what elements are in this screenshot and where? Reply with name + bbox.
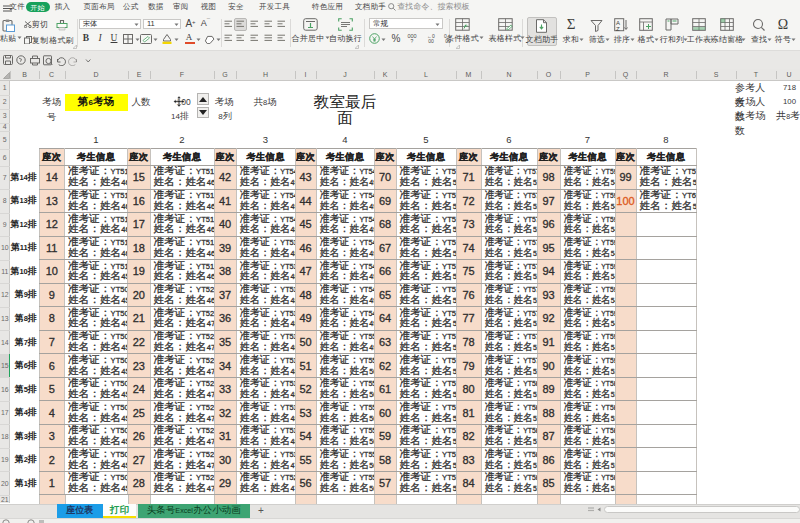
svg-text:Z: Z (616, 26, 620, 32)
